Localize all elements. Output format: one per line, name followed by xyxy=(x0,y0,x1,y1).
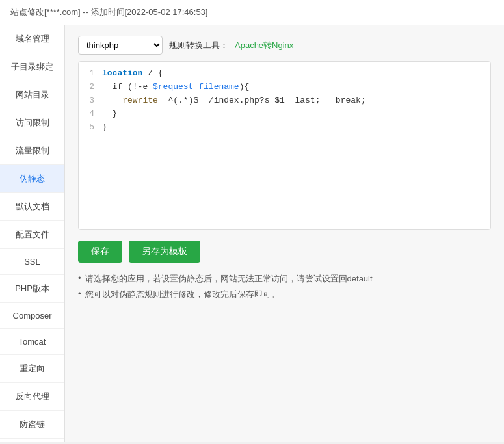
sidebar-item-pseudo[interactable]: 伪静态 xyxy=(0,165,64,193)
code-line: 2 if (!-e $request_filename){ xyxy=(79,81,490,94)
tip-item: 您可以对伪静态规则进行修改，修改完后保存即可。 xyxy=(78,289,491,300)
line-content: } xyxy=(102,121,490,135)
sidebar-item-traffic[interactable]: 流量限制 xyxy=(0,137,64,165)
tips: 请选择您的应用，若设置伪静态后，网站无法正常访问，请尝试设置回default您可… xyxy=(78,273,491,300)
toolbar: thinkphpdedecmswordpressdiscuzlaravelcus… xyxy=(78,36,491,55)
sidebar: 域名管理子目录绑定网站目录访问限制流量限制伪静态默认文档配置文件SSLPHP版本… xyxy=(0,25,65,442)
line-content: location / { xyxy=(102,67,490,81)
line-content: if (!-e $request_filename){ xyxy=(102,81,490,94)
sidebar-item-subdir[interactable]: 子目录绑定 xyxy=(0,53,64,81)
sidebar-item-webroot[interactable]: 网站目录 xyxy=(0,81,64,109)
code-line: 1location / { xyxy=(79,67,490,81)
header: 站点修改[****.com] -- 添加时间[2022-05-02 17:46:… xyxy=(0,0,504,25)
code-line: 4 } xyxy=(79,107,490,121)
rule-label: 规则转换工具： xyxy=(169,40,228,51)
code-line: 3 rewrite ^(.*)$ /index.php?s=$1 last; b… xyxy=(79,94,490,108)
line-number: 5 xyxy=(79,121,102,135)
header-title: 站点修改[****.com] -- 添加时间[2022-05-02 17:46:… xyxy=(10,7,207,17)
line-number: 1 xyxy=(79,67,102,81)
sidebar-item-redirect[interactable]: 重定向 xyxy=(0,355,64,383)
sidebar-item-reverse[interactable]: 反向代理 xyxy=(0,383,64,411)
pseudo-template-select[interactable]: thinkphpdedecmswordpressdiscuzlaravelcus… xyxy=(78,36,163,55)
sidebar-item-domain[interactable]: 域名管理 xyxy=(0,25,64,53)
sidebar-item-tomcat[interactable]: Tomcat xyxy=(0,329,64,355)
line-content: rewrite ^(.*)$ /index.php?s=$1 last; bre… xyxy=(102,94,490,108)
line-content: } xyxy=(102,107,490,121)
save-template-button[interactable]: 另存为模板 xyxy=(129,241,200,263)
sidebar-item-access[interactable]: 访问限制 xyxy=(0,109,64,137)
code-line: 5} xyxy=(79,121,490,135)
line-number: 4 xyxy=(79,107,102,121)
line-number: 2 xyxy=(79,81,102,94)
apache-to-nginx-link[interactable]: Apache转Nginx xyxy=(235,40,293,51)
sidebar-item-ssl[interactable]: SSL xyxy=(0,249,64,275)
tip-item: 请选择您的应用，若设置伪静态后，网站无法正常访问，请尝试设置回default xyxy=(78,273,491,285)
save-button[interactable]: 保存 xyxy=(78,241,122,263)
sidebar-item-hotlink[interactable]: 防盗链 xyxy=(0,411,64,439)
button-row: 保存 另存为模板 xyxy=(78,241,491,263)
sidebar-item-composer[interactable]: Composer xyxy=(0,303,64,329)
sidebar-item-default-doc[interactable]: 默认文档 xyxy=(0,193,64,221)
sidebar-item-log[interactable]: 网站日志 xyxy=(0,439,64,442)
sidebar-item-config[interactable]: 配置文件 xyxy=(0,221,64,249)
main-content: thinkphpdedecmswordpressdiscuzlaravelcus… xyxy=(65,25,504,442)
sidebar-item-php[interactable]: PHP版本 xyxy=(0,275,64,303)
code-editor[interactable]: 1location / {2 if (!-e $request_filename… xyxy=(78,61,491,230)
line-number: 3 xyxy=(79,94,102,108)
